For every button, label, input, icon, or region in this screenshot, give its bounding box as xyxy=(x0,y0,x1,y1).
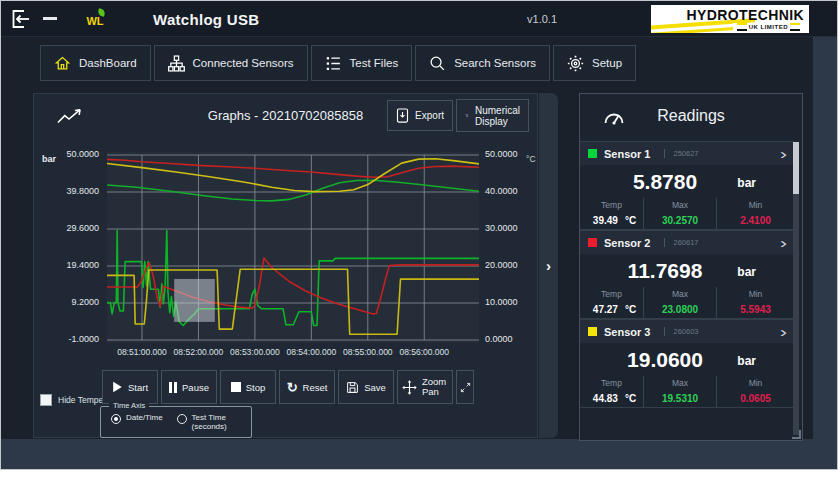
resize-grip[interactable] xyxy=(792,430,801,439)
temp-label: Temp xyxy=(580,378,643,388)
nav-label: Setup xyxy=(592,57,622,69)
temp-value: 39.49°C xyxy=(580,215,643,226)
chevron-right-icon[interactable]: › xyxy=(780,146,788,161)
sensor-card-header[interactable]: Sensor 1 250627 › xyxy=(580,141,794,165)
button-label: Reset xyxy=(303,382,328,393)
checkbox-box[interactable] xyxy=(40,394,52,406)
stop-button[interactable]: Stop xyxy=(220,370,276,404)
chevron-right-icon: › xyxy=(546,257,551,274)
max-value: 19.5310 xyxy=(644,393,716,404)
sensor-value: 19.0600 xyxy=(600,348,730,372)
watchlog-logo-icon: WL xyxy=(83,8,107,30)
nav-dashboard[interactable]: DashBoard xyxy=(40,45,151,81)
expand-icon xyxy=(460,382,471,393)
max-label: Max xyxy=(644,200,716,210)
readings-scrollbar[interactable] xyxy=(793,142,799,435)
radio-dot[interactable] xyxy=(177,414,187,424)
button-label: Pause xyxy=(182,382,209,393)
min-label: Min xyxy=(717,289,794,299)
panel-collapse-handle[interactable]: › xyxy=(539,93,558,438)
radio-dot[interactable] xyxy=(111,414,121,424)
max-label: Max xyxy=(644,289,716,299)
radio-date-time[interactable]: Date/Time xyxy=(111,413,163,431)
minimize-icon[interactable] xyxy=(43,17,57,20)
nav-setup[interactable]: Setup xyxy=(553,45,636,81)
temp-label: Temp xyxy=(580,200,643,210)
x-axis-ticks: 08:51:00.00008:52:00.00008:53:00.00008:5… xyxy=(107,347,507,359)
start-button[interactable]: Start xyxy=(102,370,158,404)
save-icon xyxy=(346,381,359,394)
min-value: 2.4100 xyxy=(717,215,794,226)
max-value: 23.0800 xyxy=(644,304,716,315)
export-label: Export xyxy=(415,110,444,121)
version-label: v1.0.1 xyxy=(527,13,557,25)
readings-panel: Readings Sensor 1 250627 › 5.8780 bar Te… xyxy=(579,93,803,441)
pause-icon xyxy=(169,382,177,393)
home-icon xyxy=(54,55,71,72)
sensor-card-header[interactable]: Sensor 2 260617 › xyxy=(580,230,794,254)
numerical-display-button[interactable]: Numerical Display xyxy=(456,99,529,132)
max-label: Max xyxy=(644,378,716,388)
temp-value: 47.27°C xyxy=(580,304,643,315)
export-button[interactable]: Export xyxy=(387,100,453,131)
nav-label: Test Files xyxy=(350,57,399,69)
right-axis-ticks: 50.000040.000030.000020.000010.00000.000… xyxy=(483,152,537,343)
temp-value: 44.83°C xyxy=(580,393,643,404)
chart-plot[interactable] xyxy=(107,152,479,343)
sensor-color-indicator xyxy=(588,238,597,247)
button-label: Start xyxy=(128,382,148,393)
sensor-unit: bar xyxy=(737,354,756,368)
zoom-pan-button[interactable]: Zoom Pan xyxy=(397,370,453,404)
nav-label: DashBoard xyxy=(79,57,137,69)
sensor-color-indicator xyxy=(588,327,597,336)
button-label: Save xyxy=(364,382,386,393)
pdf-export-icon xyxy=(396,108,409,123)
list-icon xyxy=(325,55,342,72)
sensor-name: Sensor 3 xyxy=(604,326,650,338)
radio-label: Date/Time xyxy=(126,413,163,422)
pause-button[interactable]: Pause xyxy=(161,370,217,404)
radio-test-time[interactable]: Test Time (seconds) xyxy=(177,413,244,431)
sensor-value: 11.7698 xyxy=(600,259,730,283)
nav-test-files[interactable]: Test Files xyxy=(311,45,413,81)
reset-button[interactable]: ↻ Reset xyxy=(279,370,335,404)
nav-search-sensors[interactable]: Search Sensors xyxy=(415,45,550,81)
exit-icon[interactable] xyxy=(9,8,33,30)
hydrotechnik-logo: HYDROTECHNIK UK LIMITED xyxy=(651,5,809,33)
app-title: Watchlog USB xyxy=(153,11,259,28)
readings-title: Readings xyxy=(580,107,802,125)
radio-label: Test Time (seconds) xyxy=(192,413,244,431)
save-button[interactable]: Save xyxy=(338,370,394,404)
play-icon xyxy=(112,381,123,393)
swap-arrows-icon xyxy=(465,108,469,123)
min-value: 0.0605 xyxy=(717,393,794,404)
nav-connected-sensors[interactable]: Connected Sensors xyxy=(154,45,308,81)
chart-area: bar °C 50.000039.800029.600019.40009.200… xyxy=(34,144,539,366)
numerical-display-label: Numerical Display xyxy=(475,105,520,127)
zoom-pan-icon xyxy=(402,380,417,395)
nav-bar: DashBoard Connected Sensors Test Files S… xyxy=(40,45,636,81)
min-value: 5.5943 xyxy=(717,304,794,315)
graph-panel: Graphs - 20210702085858 Export Numerical… xyxy=(33,93,538,438)
fullscreen-button[interactable] xyxy=(456,370,474,404)
titlebar: WL Watchlog USB v1.0.1 HYDROTECHNIK UK L… xyxy=(1,1,837,37)
nav-label: Connected Sensors xyxy=(193,57,294,69)
sensor-card: Sensor 1 250627 › 5.8780 bar Temp39.49°C… xyxy=(580,141,794,230)
temp-label: Temp xyxy=(580,289,643,299)
sensor-value: 5.8780 xyxy=(600,170,730,194)
chevron-right-icon[interactable]: › xyxy=(780,235,788,250)
left-axis-ticks: 50.000039.800029.600019.40009.2000-1.000… xyxy=(34,152,102,343)
reset-icon: ↻ xyxy=(287,382,298,393)
sensor-name: Sensor 2 xyxy=(604,237,650,249)
graph-header: Graphs - 20210702085858 Export Numerical… xyxy=(34,94,537,138)
sensor-color-indicator xyxy=(588,149,597,158)
scrollbar-thumb[interactable] xyxy=(793,142,799,194)
chart-controls: Start Pause Stop ↻ Reset Save Zoom Pan xyxy=(102,370,474,404)
sensor-unit: bar xyxy=(737,176,756,190)
nav-label: Search Sensors xyxy=(454,57,536,69)
button-label: Stop xyxy=(246,382,266,393)
max-value: 30.2570 xyxy=(644,215,716,226)
sensor-card-header[interactable]: Sensor 3 260603 › xyxy=(580,319,794,343)
chevron-right-icon[interactable]: › xyxy=(780,324,788,339)
sensor-serial: 250627 xyxy=(664,149,698,158)
